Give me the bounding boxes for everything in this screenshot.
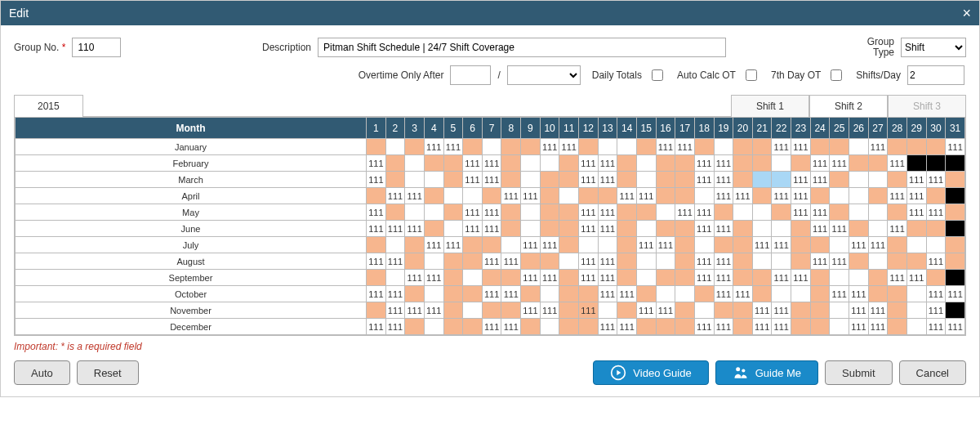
schedule-cell[interactable]: 111 <box>752 319 772 335</box>
schedule-cell[interactable]: 111 <box>946 319 965 335</box>
schedule-cell[interactable]: 111 <box>733 188 753 204</box>
schedule-cell[interactable] <box>926 270 946 286</box>
schedule-cell[interactable] <box>810 302 830 319</box>
schedule-cell[interactable]: 111 <box>501 253 521 270</box>
schedule-cell[interactable] <box>385 204 405 221</box>
schedule-cell[interactable] <box>888 204 907 221</box>
schedule-cell[interactable] <box>752 172 772 188</box>
schedule-cell[interactable] <box>521 253 541 270</box>
schedule-cell[interactable] <box>733 139 753 155</box>
schedule-cell[interactable] <box>810 188 830 204</box>
schedule-cell[interactable] <box>752 286 772 302</box>
schedule-cell[interactable]: 111 <box>810 253 830 270</box>
schedule-cell[interactable]: 111 <box>772 188 791 204</box>
schedule-cell[interactable]: 111 <box>849 319 869 335</box>
schedule-cell[interactable] <box>598 139 617 155</box>
schedule-cell[interactable]: 111 <box>791 139 811 155</box>
schedule-cell[interactable] <box>849 172 869 188</box>
schedule-cell[interactable]: 111 <box>482 319 501 335</box>
schedule-cell[interactable] <box>540 188 559 204</box>
schedule-cell[interactable] <box>868 253 888 270</box>
schedule-cell[interactable] <box>540 155 559 172</box>
schedule-cell[interactable]: 111 <box>482 155 501 172</box>
overtime-unit-select[interactable] <box>507 65 581 85</box>
schedule-cell[interactable] <box>830 237 849 253</box>
schedule-cell[interactable]: 111 <box>714 253 733 270</box>
schedule-cell[interactable] <box>675 253 695 270</box>
schedule-cell[interactable] <box>559 221 579 237</box>
schedule-cell[interactable] <box>752 270 772 286</box>
schedule-cell[interactable]: 111 <box>810 172 830 188</box>
schedule-cell[interactable] <box>868 188 888 204</box>
schedule-cell[interactable]: 111 <box>559 139 579 155</box>
schedule-cell[interactable]: 111 <box>482 204 501 221</box>
schedule-cell[interactable]: 111 <box>714 172 733 188</box>
submit-button[interactable]: Submit <box>825 360 892 385</box>
schedule-cell[interactable] <box>791 155 811 172</box>
schedule-cell[interactable]: 111 <box>598 155 617 172</box>
schedule-cell[interactable]: 111 <box>656 237 675 253</box>
schedule-cell[interactable] <box>830 188 849 204</box>
schedule-cell[interactable] <box>810 270 830 286</box>
schedule-cell[interactable]: 111 <box>830 221 849 237</box>
schedule-cell[interactable] <box>675 155 695 172</box>
schedule-cell[interactable]: 111 <box>367 155 386 172</box>
schedule-cell[interactable] <box>675 286 695 302</box>
schedule-cell[interactable] <box>830 172 849 188</box>
schedule-cell[interactable] <box>926 221 946 237</box>
schedule-cell[interactable]: 111 <box>598 172 617 188</box>
video-guide-button[interactable]: Video Guide <box>593 360 708 385</box>
schedule-cell[interactable] <box>694 302 714 319</box>
schedule-cell[interactable] <box>598 188 617 204</box>
schedule-cell[interactable]: 111 <box>579 253 599 270</box>
schedule-cell[interactable] <box>424 286 443 302</box>
schedule-cell[interactable] <box>733 319 753 335</box>
schedule-cell[interactable] <box>946 237 965 253</box>
schedule-cell[interactable]: 111 <box>791 204 811 221</box>
schedule-cell[interactable] <box>501 237 521 253</box>
schedule-cell[interactable] <box>830 270 849 286</box>
schedule-cell[interactable]: 111 <box>482 221 501 237</box>
schedule-cell[interactable] <box>405 237 425 253</box>
schedule-cell[interactable] <box>888 286 907 302</box>
schedule-cell[interactable]: 111 <box>656 302 675 319</box>
shifts-day-spinner[interactable] <box>907 65 964 85</box>
schedule-cell[interactable] <box>830 139 849 155</box>
schedule-cell[interactable]: 111 <box>694 270 714 286</box>
schedule-cell[interactable]: 111 <box>385 286 405 302</box>
schedule-cell[interactable]: 111 <box>906 270 926 286</box>
schedule-cell[interactable]: 111 <box>598 221 617 237</box>
schedule-cell[interactable] <box>733 270 753 286</box>
schedule-cell[interactable]: 111 <box>791 172 811 188</box>
schedule-cell[interactable]: 111 <box>598 319 617 335</box>
schedule-cell[interactable]: 111 <box>656 139 675 155</box>
schedule-cell[interactable]: 111 <box>579 221 599 237</box>
schedule-cell[interactable]: 111 <box>714 286 733 302</box>
schedule-cell[interactable] <box>849 221 869 237</box>
schedule-cell[interactable] <box>482 237 501 253</box>
schedule-cell[interactable] <box>405 204 425 221</box>
schedule-cell[interactable] <box>598 302 617 319</box>
schedule-cell[interactable]: 111 <box>501 188 521 204</box>
schedule-cell[interactable] <box>714 302 733 319</box>
schedule-cell[interactable] <box>559 237 579 253</box>
schedule-cell[interactable] <box>501 270 521 286</box>
schedule-cell[interactable]: 111 <box>482 286 501 302</box>
schedule-cell[interactable] <box>463 286 483 302</box>
schedule-cell[interactable]: 111 <box>752 302 772 319</box>
schedule-cell[interactable] <box>540 253 559 270</box>
schedule-cell[interactable]: 111 <box>443 139 463 155</box>
schedule-cell[interactable] <box>617 172 637 188</box>
schedule-cell[interactable]: 111 <box>540 302 559 319</box>
schedule-cell[interactable] <box>830 302 849 319</box>
schedule-cell[interactable] <box>675 302 695 319</box>
schedule-cell[interactable] <box>424 253 443 270</box>
schedule-cell[interactable] <box>617 204 637 221</box>
schedule-cell[interactable] <box>463 270 483 286</box>
schedule-cell[interactable]: 111 <box>675 204 695 221</box>
schedule-cell[interactable] <box>540 286 559 302</box>
schedule-cell[interactable] <box>906 253 926 270</box>
schedule-cell[interactable] <box>617 139 637 155</box>
schedule-cell[interactable] <box>675 221 695 237</box>
schedule-cell[interactable] <box>791 302 811 319</box>
